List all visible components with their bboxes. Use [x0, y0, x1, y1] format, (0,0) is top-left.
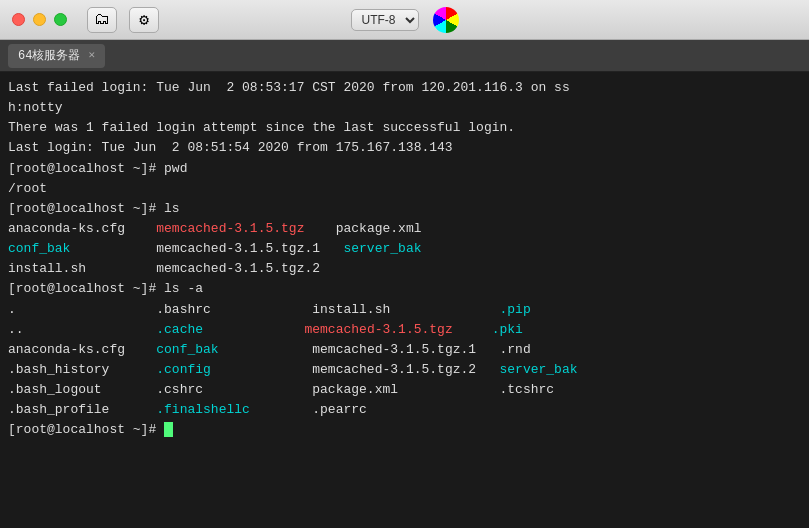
maximize-button[interactable] — [54, 13, 67, 26]
terminal-line: /root — [8, 179, 801, 199]
titlebar: 🗂 ⚙ UTF-8 — [0, 0, 809, 40]
terminal-line: anaconda-ks.cfg memcached-3.1.5.tgz pack… — [8, 219, 801, 239]
color-wheel-icon[interactable] — [433, 7, 459, 33]
terminal-line: .. .cache memcached-3.1.5.tgz .pki — [8, 320, 801, 340]
cursor — [164, 422, 173, 437]
tab-server[interactable]: 64核服务器 ✕ — [8, 44, 105, 68]
terminal-line: Last login: Tue Jun 2 08:51:54 2020 from… — [8, 138, 801, 158]
terminal-line: install.sh memcached-3.1.5.tgz.2 — [8, 259, 801, 279]
tab-label: 64核服务器 — [18, 47, 80, 64]
terminal-line: anaconda-ks.cfg conf_bak memcached-3.1.5… — [8, 340, 801, 360]
terminal-line: .bash_history .config memcached-3.1.5.tg… — [8, 360, 801, 380]
folder-icon[interactable]: 🗂 — [87, 7, 117, 33]
encoding-select[interactable]: UTF-8 — [351, 9, 419, 31]
terminal[interactable]: Last failed login: Tue Jun 2 08:53:17 CS… — [0, 72, 809, 528]
terminal-line: [root@localhost ~]# ls — [8, 199, 801, 219]
title-center: UTF-8 — [351, 7, 459, 33]
terminal-line: [root@localhost ~]# pwd — [8, 159, 801, 179]
terminal-line: There was 1 failed login attempt since t… — [8, 118, 801, 138]
close-button[interactable] — [12, 13, 25, 26]
minimize-button[interactable] — [33, 13, 46, 26]
terminal-line: conf_bak memcached-3.1.5.tgz.1 server_ba… — [8, 239, 801, 259]
tabbar: 64核服务器 ✕ — [0, 40, 809, 72]
terminal-line: [root@localhost ~]# ls -a — [8, 279, 801, 299]
traffic-lights — [12, 13, 67, 26]
terminal-line: .bash_profile .finalshellc .pearrc — [8, 400, 801, 420]
tab-close-icon[interactable]: ✕ — [88, 50, 95, 61]
terminal-line: Last failed login: Tue Jun 2 08:53:17 CS… — [8, 78, 801, 98]
gear-icon[interactable]: ⚙ — [129, 7, 159, 33]
terminal-line: . .bashrc install.sh .pip — [8, 300, 801, 320]
terminal-prompt-line: [root@localhost ~]# — [8, 420, 801, 440]
terminal-line: .bash_logout .cshrc package.xml .tcshrc — [8, 380, 801, 400]
terminal-line: h:notty — [8, 98, 801, 118]
toolbar-icons: 🗂 ⚙ — [87, 7, 159, 33]
